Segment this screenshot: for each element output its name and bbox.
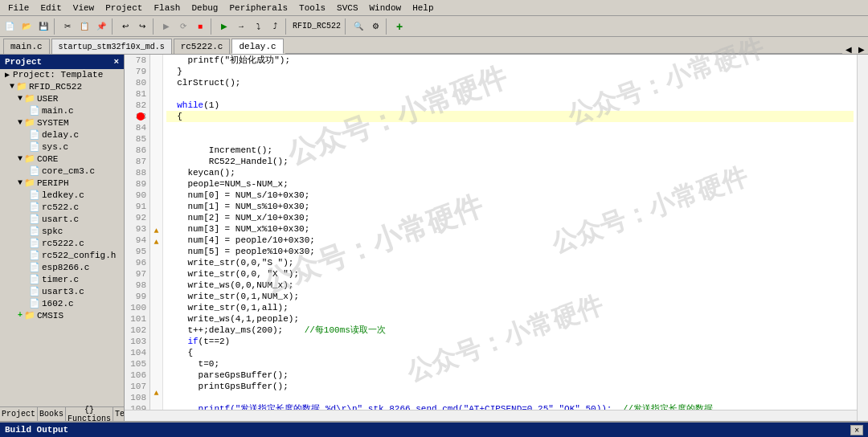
step-out-btn[interactable]: ⤴ <box>267 18 283 35</box>
menu-tools[interactable]: Tools <box>294 2 330 14</box>
sep4 <box>211 18 214 35</box>
sidebar-header: Project × <box>0 55 124 69</box>
code-line-95: num[5] = people%10+0x30; <box>166 246 854 257</box>
code-line-107: printGpsBuffer(); <box>166 381 854 392</box>
folder-periph-icon: 📁 <box>24 178 35 188</box>
cut-btn[interactable]: ✂ <box>59 18 76 35</box>
horizontal-scrollbar[interactable] <box>125 410 857 421</box>
menu-window[interactable]: Window <box>365 2 407 14</box>
tree-item-1602[interactable]: 📄 1602.c <box>0 297 124 309</box>
tab-scroll-left[interactable]: ◀ <box>842 45 855 54</box>
menu-svcs[interactable]: SVCS <box>332 2 362 14</box>
sidebar-tab-functions[interactable]: {} Functions <box>66 407 113 421</box>
copy-btn[interactable]: 📋 <box>76 18 92 35</box>
tree-item-spkc[interactable]: 📄 spkc <box>0 225 124 237</box>
tree-item-rc5222[interactable]: 📄 rc5222.c <box>0 237 124 249</box>
search-btn[interactable]: 🔍 <box>350 18 366 35</box>
tree-item-user[interactable]: ▼ 📁 USER <box>0 92 124 104</box>
code-line-108 <box>166 392 854 403</box>
tree-item-esp8266[interactable]: 📄 esp8266.c <box>0 261 124 273</box>
tree-item-ledkey[interactable]: 📄 ledkey.c <box>0 189 124 201</box>
redo-btn[interactable]: ↪ <box>134 18 150 35</box>
menu-flash[interactable]: Flash <box>149 2 185 14</box>
sidebar-tab-project[interactable]: Project <box>0 407 38 421</box>
tree-item-usart[interactable]: 📄 usart.c <box>0 213 124 225</box>
code-line-106: parseGpsBuffer(); <box>166 370 854 381</box>
menu-help[interactable]: Help <box>407 2 438 14</box>
sidebar: Project × ▶ Project: Template ▼ 📁 RFID_R… <box>0 55 125 421</box>
expand-periph-icon: ▼ <box>18 178 23 187</box>
pin-btn[interactable]: + <box>391 18 407 35</box>
file-main-icon: 📄 <box>29 105 40 116</box>
folder-user-icon: 📁 <box>24 93 35 104</box>
menu-peripherals[interactable]: Peripherals <box>224 2 293 14</box>
tree-item-sys-c[interactable]: 📄 sys.c <box>0 141 124 153</box>
tree-item-core-cm3[interactable]: 📄 core_cm3.c <box>0 165 124 177</box>
gutter: ▲ ▲ ▲ <box>150 55 163 410</box>
rebuild-btn[interactable]: ⟳ <box>175 18 191 35</box>
tree-item-main-c[interactable]: 📄 main.c <box>0 104 124 116</box>
file-sys-icon: 📄 <box>29 141 40 152</box>
sep6 <box>345 18 348 35</box>
step-over-btn[interactable]: ⤵ <box>250 18 266 35</box>
sidebar-tab-books[interactable]: Books <box>38 407 66 421</box>
code-line-96: write_str(0,0,"S "); <box>166 257 854 268</box>
paste-btn[interactable]: 📌 <box>93 18 109 35</box>
code-line-78: printf("初始化成功"); <box>166 55 854 66</box>
tree-item-delay-c[interactable]: 📄 delay.c <box>0 129 124 141</box>
code-line-81 <box>166 88 854 100</box>
undo-btn[interactable]: ↩ <box>117 18 133 35</box>
code-line-83: { <box>166 111 854 122</box>
vertical-scrollbar[interactable] <box>857 55 868 421</box>
code-line-105: t=0; <box>166 358 854 370</box>
tree-item-periph[interactable]: ▼ 📁 PERIPH <box>0 177 124 189</box>
folder-core-icon: 📁 <box>24 153 35 164</box>
code-content[interactable]: 78 79 80 81 82 83 84 85 86 87 88 89 90 9… <box>125 55 857 410</box>
breakpoint-dot <box>137 112 145 120</box>
menu-view[interactable]: View <box>68 2 99 14</box>
tree-item-rc522[interactable]: 📄 rc522.c <box>0 201 124 213</box>
find-btn[interactable]: ⚙ <box>367 18 383 35</box>
pin-cmsis-icon: + <box>18 311 23 320</box>
code-line-97: write_str(0,0, "X "); <box>166 268 854 280</box>
menu-edit[interactable]: Edit <box>35 2 66 14</box>
tab-rc5222[interactable]: rc5222.c <box>174 39 231 54</box>
tab-delay-c[interactable]: delay.c <box>231 39 283 54</box>
open-btn[interactable]: 📂 <box>18 18 35 35</box>
new-btn[interactable]: 📄 <box>2 18 18 35</box>
stop-btn[interactable]: ■ <box>192 18 208 35</box>
tree-item-project-template[interactable]: ▶ Project: Template <box>0 69 124 80</box>
tab-main-c[interactable]: main.c <box>3 39 50 54</box>
sidebar-tab-templates[interactable]: Templates <box>113 407 125 421</box>
tree-item-system[interactable]: ▼ 📁 SYSTEM <box>0 116 124 129</box>
tab-scroll-right[interactable]: ▶ <box>855 45 868 54</box>
tree-item-cmsis[interactable]: + 📁 CMSIS <box>0 309 124 321</box>
menu-project[interactable]: Project <box>100 2 147 14</box>
menu-debug[interactable]: Debug <box>186 2 223 14</box>
tree-item-usart3[interactable]: 📄 usart3.c <box>0 285 124 297</box>
code-line-98: write_ws(0,0,NUM_x); <box>166 280 854 291</box>
code-line-109: printf("发送指定长度的数据 %d\r\n",stk_8266_send_… <box>166 403 854 410</box>
debug-start-btn[interactable]: ▶ <box>216 18 232 35</box>
tree-item-core[interactable]: ▼ 📁 CORE <box>0 153 124 165</box>
code-lines[interactable]: printf("初始化成功"); } clrStruct(); while(1)… <box>163 55 857 410</box>
tabs-spacer <box>285 53 842 54</box>
tab-startup[interactable]: startup_stm32f10x_md.s <box>51 39 172 54</box>
build-close-btn[interactable]: × <box>850 425 863 435</box>
folder-cmsis-icon: 📁 <box>24 310 35 321</box>
tree-item-rfid[interactable]: ▼ 📁 RFID_RC522 <box>0 80 124 92</box>
build-btn[interactable]: ▶ <box>158 18 174 35</box>
sidebar-close-btn[interactable]: × <box>113 57 119 67</box>
code-line-86: Increment(); <box>166 145 854 156</box>
save-btn[interactable]: 💾 <box>35 18 51 35</box>
code-line-102: t++;delay_ms(200); //每100ms读取一次 <box>166 325 854 336</box>
tree-item-timer[interactable]: 📄 timer.c <box>0 273 124 285</box>
code-line-104: { <box>166 347 854 358</box>
tree-item-rc522-config[interactable]: 📄 rc522_config.h <box>0 249 124 261</box>
step-btn[interactable]: → <box>233 18 249 35</box>
main-layout: Project × ▶ Project: Template ▼ 📁 RFID_R… <box>0 55 868 421</box>
build-output: Build Output × compiling system_stm32f10… <box>0 421 868 437</box>
code-line-100: write_str(0,1,all); <box>166 302 854 313</box>
menu-file[interactable]: File <box>3 2 34 14</box>
code-line-103: if(t==2) <box>166 336 854 347</box>
